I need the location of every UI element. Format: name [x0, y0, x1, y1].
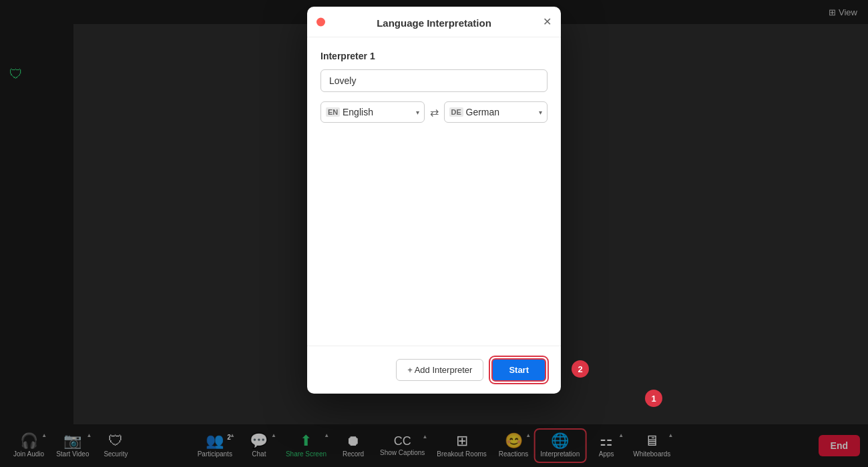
language2-select-wrapper: DE German French Spanish ▾ — [444, 101, 548, 123]
lang1-chevron-icon: ▾ — [416, 109, 419, 116]
badge-1: 1 — [645, 390, 662, 407]
start-button[interactable]: Start — [491, 358, 546, 382]
interpreter-label: Interpreter 1 — [320, 51, 548, 61]
close-dot[interactable] — [316, 17, 325, 26]
modal-title: Language Interpretation — [377, 17, 491, 29]
swap-icon[interactable]: ⇄ — [430, 106, 439, 119]
modal-footer: + Add Interpreter Start — [307, 346, 561, 394]
interpreter-name-input[interactable] — [320, 69, 548, 92]
modal-header: Language Interpretation ✕ — [307, 7, 561, 37]
lang1-flag: EN — [326, 107, 340, 117]
lang2-flag: DE — [449, 107, 463, 117]
modal-overlay: Language Interpretation ✕ Interpreter 1 … — [0, 0, 868, 467]
badge-2: 2 — [572, 360, 589, 378]
lang2-chevron-icon: ▾ — [539, 109, 542, 116]
add-interpreter-button[interactable]: + Add Interpreter — [396, 359, 483, 381]
language1-select-wrapper: EN English French Spanish ▾ — [320, 101, 425, 123]
language-interpretation-modal: Language Interpretation ✕ Interpreter 1 … — [307, 7, 561, 394]
modal-body: Interpreter 1 EN English French Spanish … — [307, 37, 561, 346]
close-button[interactable]: ✕ — [543, 17, 552, 27]
start-button-container: Start — [490, 357, 548, 383]
language-row: EN English French Spanish ▾ ⇄ DE German … — [320, 101, 548, 123]
